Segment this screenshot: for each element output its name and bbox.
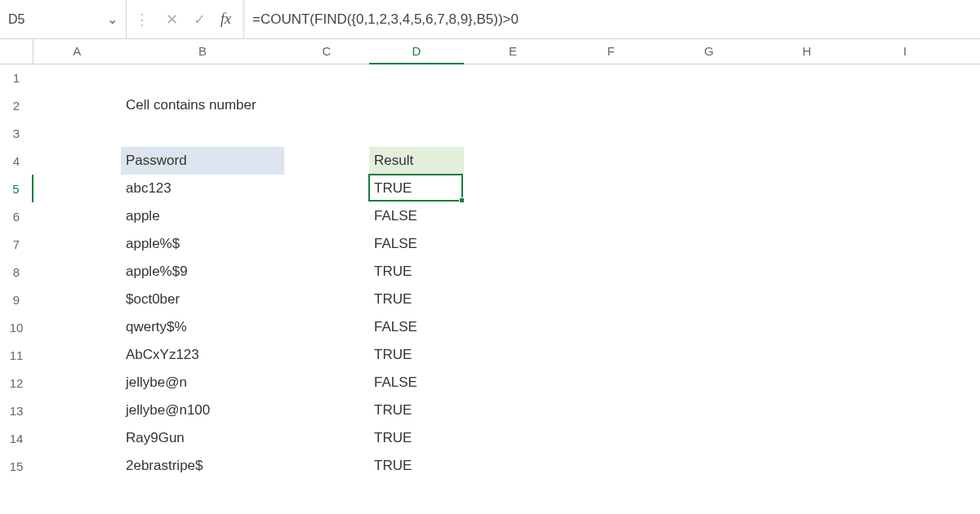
cell-C4[interactable] [284,147,369,175]
row-header-4[interactable]: 4 [0,147,33,175]
column-header-D[interactable]: D [369,39,464,64]
header-result[interactable]: Result [369,147,464,175]
cell-D8[interactable]: TRUE [369,258,464,286]
column-header-J[interactable]: J [954,39,980,64]
cell-empty[interactable] [33,64,980,91]
cell-empty[interactable] [464,147,980,175]
cell-A13[interactable] [33,397,121,424]
cancel-formula-button[interactable]: ✕ [158,0,185,38]
row-header-3[interactable]: 3 [0,119,33,147]
cell-empty[interactable] [464,341,980,369]
cell-D15[interactable]: TRUE [369,452,464,480]
cell-C7[interactable] [284,230,369,258]
cell-empty[interactable] [464,230,980,258]
column-header-H[interactable]: H [758,39,856,64]
cell-B6[interactable]: apple [121,202,284,230]
cell-A9[interactable] [33,286,121,313]
cell-B5[interactable]: abc123 [121,175,284,202]
cell-empty[interactable] [464,397,980,424]
cell-C14[interactable] [284,424,369,452]
cell-A8[interactable] [33,258,121,286]
cell-C15[interactable] [284,452,369,480]
name-box-container[interactable]: ⌄ [0,0,127,38]
cell-D11[interactable]: TRUE [369,341,464,369]
cell-empty[interactable] [464,258,980,286]
row-header-7[interactable]: 7 [0,230,33,258]
row-header-5[interactable]: 5 [0,175,33,202]
column-header-E[interactable]: E [464,39,562,64]
row-header-6[interactable]: 6 [0,202,33,230]
row-header-11[interactable]: 11 [0,341,33,369]
row-header-1[interactable]: 1 [0,64,33,91]
cell-D14[interactable]: TRUE [369,424,464,452]
cell-C8[interactable] [284,258,369,286]
cell-A7[interactable] [33,230,121,258]
cell-A10[interactable] [33,313,121,341]
row-header-8[interactable]: 8 [0,258,33,286]
cell-empty[interactable] [464,202,980,230]
cell-A14[interactable] [33,424,121,452]
cell-A5[interactable] [33,175,121,202]
column-header-I[interactable]: I [856,39,954,64]
name-box-input[interactable] [8,12,104,27]
cell-A6[interactable] [33,202,121,230]
cell-A4[interactable] [33,147,121,175]
cell-B14[interactable]: Ray9Gun [121,424,284,452]
cell-C12[interactable] [284,369,369,397]
row-header-15[interactable]: 15 [0,452,33,480]
cell-A12[interactable] [33,369,121,397]
cell-empty[interactable] [33,119,980,147]
column-header-A[interactable]: A [33,39,121,64]
formula-input[interactable] [244,0,980,38]
column-header-G[interactable]: G [660,39,758,64]
cell-D5[interactable]: TRUE [369,175,464,202]
cell-empty[interactable] [464,424,980,452]
cell-B15[interactable]: 2ebrastripe$ [121,452,284,480]
cell-A15[interactable] [33,452,121,480]
row-header-14[interactable]: 14 [0,424,33,452]
cell-C6[interactable] [284,202,369,230]
column-header-C[interactable]: C [284,39,369,64]
cell-empty[interactable] [464,91,980,119]
column-header-B[interactable]: B [121,39,284,64]
cell-empty[interactable] [464,452,980,480]
cell-empty[interactable] [464,313,980,341]
cell-C9[interactable] [284,286,369,313]
column-header-F[interactable]: F [562,39,660,64]
cell-D9[interactable]: TRUE [369,286,464,313]
cell-C10[interactable] [284,313,369,341]
row-header-2[interactable]: 2 [0,91,33,119]
cell-empty[interactable] [464,175,980,202]
cell-D6[interactable]: FALSE [369,202,464,230]
cell-B13[interactable]: jellybe@n100 [121,397,284,424]
title-cell[interactable]: Cell contains number [121,91,464,119]
cell-B9[interactable]: $oct0ber [121,286,284,313]
header-password[interactable]: Password [121,147,284,175]
cell-empty[interactable] [464,369,980,397]
cell-D7[interactable]: FALSE [369,230,464,258]
row-header-12[interactable]: 12 [0,369,33,397]
row-header-13[interactable]: 13 [0,397,33,424]
cell-C13[interactable] [284,397,369,424]
select-all-corner[interactable] [0,39,33,64]
cell-A2[interactable] [33,91,121,119]
cell-C11[interactable] [284,341,369,369]
row-header-10[interactable]: 10 [0,313,33,341]
cell-A11[interactable] [33,341,121,369]
spreadsheet-grid[interactable]: A B C D E F G H I J 1 2 Cell contains nu… [0,39,980,480]
chevron-down-icon[interactable]: ⌄ [104,11,121,27]
formula-bar: ⌄ ⋮ ✕ ✓ fx [0,0,980,39]
cell-D13[interactable]: TRUE [369,397,464,424]
cell-B11[interactable]: AbCxYz123 [121,341,284,369]
cell-D10[interactable]: FALSE [369,313,464,341]
cell-D12[interactable]: FALSE [369,369,464,397]
row-header-9[interactable]: 9 [0,286,33,313]
cell-C5[interactable] [284,175,369,202]
cell-B10[interactable]: qwerty$% [121,313,284,341]
insert-function-button[interactable]: fx [213,0,244,38]
cell-B8[interactable]: apple%$9 [121,258,284,286]
cell-B12[interactable]: jellybe@n [121,369,284,397]
enter-formula-button[interactable]: ✓ [185,0,213,38]
cell-B7[interactable]: apple%$ [121,230,284,258]
cell-empty[interactable] [464,286,980,313]
